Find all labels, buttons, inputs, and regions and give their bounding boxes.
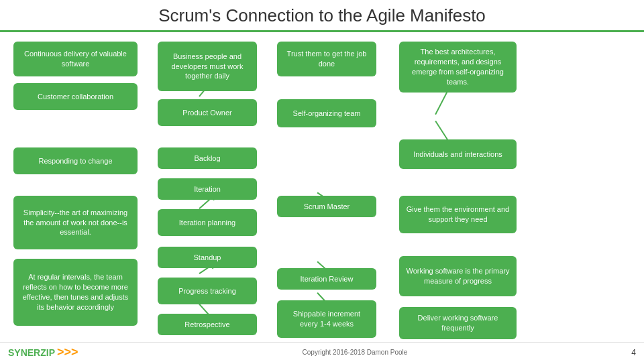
logo-arrows: >>> (57, 345, 78, 359)
iteration-planning-box: Iteration planning (158, 209, 257, 236)
scrum-master-box: Scrum Master (277, 196, 376, 217)
simplicity-box: Simplicity--the art of maximizing the am… (13, 196, 138, 249)
iteration-box: Iteration (158, 178, 257, 200)
trust-box: Trust them to get the job done (277, 42, 376, 76)
copyright-text: Copyright 2016-2018 Damon Poole (303, 349, 408, 356)
individuals-box: Individuals and interactions (399, 139, 517, 169)
responding-box: Responding to change (13, 147, 138, 174)
logo-text: SYNERZIP (8, 347, 55, 358)
continuous-box: Continuous delivery of valuable software (13, 42, 138, 76)
progress-box: Progress tracking (158, 278, 257, 304)
footer: SYNERZIP >>> Copyright 2016-2018 Damon P… (0, 342, 644, 362)
standup-box: Standup (158, 247, 257, 268)
working-sw-box: Working software is the primary measure … (399, 256, 517, 296)
business-box: Business people and developers must work… (158, 42, 257, 91)
customer-box: Customer collaboration (13, 83, 138, 110)
retrospective-box: Retrospective (158, 314, 257, 335)
page-number: 4 (631, 348, 636, 357)
page-title: Scrum's Connection to the Agile Manifest… (0, 0, 644, 32)
product-owner-box: Product Owner (158, 99, 257, 126)
logo: SYNERZIP >>> (8, 345, 78, 359)
self-organizing-box: Self-organizing team (277, 99, 376, 127)
backlog-box: Backlog (158, 147, 257, 169)
deliver-box: Deliver working software frequently (399, 307, 517, 339)
iteration-review-box: Iteration Review (277, 268, 376, 290)
regular-box: At regular intervals, the team reflects … (13, 259, 138, 326)
shippable-box: Shippable increment every 1-4 weeks (277, 300, 376, 338)
best-arch-box: The best architectures, requirements, an… (399, 42, 517, 93)
give-env-box: Give them the environment and support th… (399, 196, 517, 233)
